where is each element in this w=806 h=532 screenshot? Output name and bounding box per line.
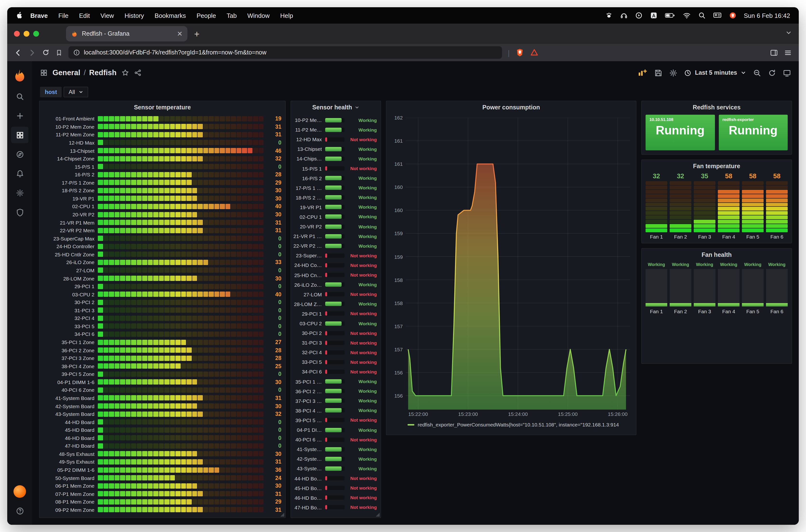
fan-temp-value: 32 <box>677 172 684 180</box>
battery-icon[interactable] <box>665 12 675 19</box>
y-tick-label: 158 <box>394 300 403 306</box>
spotlight-search-icon[interactable] <box>698 12 706 19</box>
menubar-item[interactable]: Edit <box>79 12 90 19</box>
browser-menu-icon[interactable] <box>784 49 792 57</box>
paw-icon[interactable] <box>605 12 613 19</box>
sidebar-item-help[interactable] <box>11 502 28 519</box>
sensor-temp-row: 47-HD Board0 <box>41 442 281 450</box>
sensor-temp-gauge <box>98 324 264 329</box>
browser-tab[interactable]: Redfish - Grafana ✕ <box>66 26 187 41</box>
menubar-item[interactable]: People <box>196 12 216 19</box>
sensor-temp-row: 44-HD Board0 <box>41 418 281 426</box>
sensor-temp-row: 48-Sys Exhaust30 <box>41 450 281 458</box>
sidebar-item-dashboards[interactable] <box>11 127 28 143</box>
panel-title[interactable]: Sensor health <box>291 101 381 114</box>
panel-title[interactable]: Fan temperature <box>642 160 791 172</box>
menubar-item[interactable]: Window <box>247 12 270 19</box>
sensor-name: 48-Sys Exhaust <box>41 451 94 457</box>
brave-rewards-triangle-icon[interactable] <box>530 48 539 57</box>
new-tab-button[interactable]: + <box>194 29 199 38</box>
panel-title[interactable]: Sensor temperature <box>39 101 285 114</box>
sidebar-item-configuration[interactable] <box>11 185 28 201</box>
health-gauge <box>325 505 344 510</box>
fan-name: Fan 6 <box>770 308 783 314</box>
plus-icon <box>16 112 24 120</box>
fan-name: Fan 3 <box>698 308 711 314</box>
headphones-icon[interactable] <box>620 12 628 19</box>
sensor-temp-row: 11-P2 Mem Zone31 <box>41 131 281 138</box>
menubar-item[interactable]: Help <box>280 12 293 19</box>
health-status: Not working <box>348 272 377 278</box>
sensor-value: 40 <box>267 291 281 297</box>
legend-label[interactable]: redfish_exporter_PowerConsumedWatts{host… <box>418 422 619 428</box>
refresh-button[interactable] <box>768 69 776 77</box>
fan-health-fill <box>718 303 740 306</box>
site-info-icon[interactable] <box>73 49 80 56</box>
screen-record-icon[interactable] <box>635 12 643 19</box>
address-bar[interactable]: localhost:3000/d/vFdbFd-7k/redfish?orgId… <box>69 46 502 59</box>
brave-browser-icon[interactable] <box>729 12 736 19</box>
breadcrumb[interactable]: General / Redfish <box>53 69 117 77</box>
power-chart[interactable] <box>406 118 630 410</box>
menubar-item[interactable]: History <box>124 12 144 19</box>
panel-sensor-health: Sensor health 10-P2 Me…Working11-P2 Me…W… <box>290 101 381 518</box>
brave-shield-icon[interactable] <box>516 48 524 57</box>
sidebar-item-alerting[interactable] <box>11 165 28 182</box>
variable-value-dropdown[interactable]: All <box>64 87 88 97</box>
y-tick-label: 156 <box>394 393 403 399</box>
sensor-temp-gauge <box>98 116 264 121</box>
menubar-clock[interactable]: Sun 6 Feb 16:42 <box>744 12 790 19</box>
star-icon[interactable] <box>121 69 129 77</box>
health-status: Not working <box>348 476 377 481</box>
sidebar-toggle-icon[interactable] <box>770 49 778 57</box>
user-switch-icon[interactable] <box>713 12 722 19</box>
fan-temp-gauge: 32Fan 2 <box>670 172 691 240</box>
close-tab-icon[interactable]: ✕ <box>177 30 183 37</box>
close-window-button[interactable] <box>14 31 20 37</box>
zoom-out-button[interactable] <box>753 69 761 77</box>
sensor-health-row: 40-PCI 6 …Not working <box>292 435 377 444</box>
reload-button[interactable] <box>42 49 50 56</box>
bookmark-icon[interactable] <box>55 49 63 56</box>
panel-title[interactable]: Power consumption <box>386 101 636 114</box>
sensor-temperature-rows: 01-Front Ambient1910-P2 Mem Zone3111-P2 … <box>39 114 285 517</box>
share-icon[interactable] <box>134 69 142 77</box>
panel-menu-chevron-icon[interactable] <box>354 105 359 110</box>
minimize-window-button[interactable] <box>24 31 30 37</box>
menubar-item[interactable]: View <box>100 12 114 19</box>
power-plot[interactable] <box>406 118 630 410</box>
input-source-icon[interactable] <box>650 12 658 19</box>
menubar-item[interactable]: Brave <box>30 12 48 19</box>
cycle-view-button[interactable] <box>783 69 791 77</box>
wifi-icon[interactable] <box>683 12 691 19</box>
sensor-name: 13-Chipset <box>292 146 322 152</box>
menubar-item[interactable]: Tab <box>227 12 237 19</box>
sensor-health-row: 04-P1 DI…Working <box>292 425 377 435</box>
sensor-temp-row: 13-Chipset46 <box>41 147 281 155</box>
health-status: Working <box>348 214 377 220</box>
menubar-item[interactable]: File <box>58 12 69 19</box>
power-legend[interactable]: redfish_exporter_PowerConsumedWatts{host… <box>386 418 636 435</box>
sidebar-item-server-admin[interactable] <box>11 204 28 220</box>
panel-title[interactable]: Fan health <box>642 249 791 261</box>
zoom-window-button[interactable] <box>33 31 39 37</box>
save-dashboard-button[interactable] <box>654 69 663 77</box>
back-button[interactable] <box>14 49 22 57</box>
menubar-item[interactable]: Bookmarks <box>155 12 186 19</box>
user-profile[interactable] <box>11 483 28 500</box>
time-range-picker[interactable]: Last 5 minutes <box>684 69 746 76</box>
apple-menu-icon[interactable] <box>16 12 23 19</box>
grafana-logo[interactable] <box>11 66 28 85</box>
fan-temp-gauge: 58Fan 6 <box>766 172 788 240</box>
panel-title[interactable]: Redfish services <box>642 101 791 114</box>
dashboard-settings-button[interactable] <box>669 69 678 77</box>
tab-search-chevron-icon[interactable] <box>785 30 792 36</box>
sidebar-item-search[interactable] <box>11 88 28 104</box>
forward-button[interactable] <box>28 49 36 57</box>
sidebar-item-explore[interactable] <box>11 146 28 163</box>
add-panel-button[interactable] <box>638 69 648 77</box>
breadcrumb-dashboard[interactable]: Redfish <box>89 69 117 77</box>
sidebar-item-create[interactable] <box>11 108 28 124</box>
health-status: Working <box>348 224 377 229</box>
breadcrumb-folder[interactable]: General <box>53 69 80 77</box>
